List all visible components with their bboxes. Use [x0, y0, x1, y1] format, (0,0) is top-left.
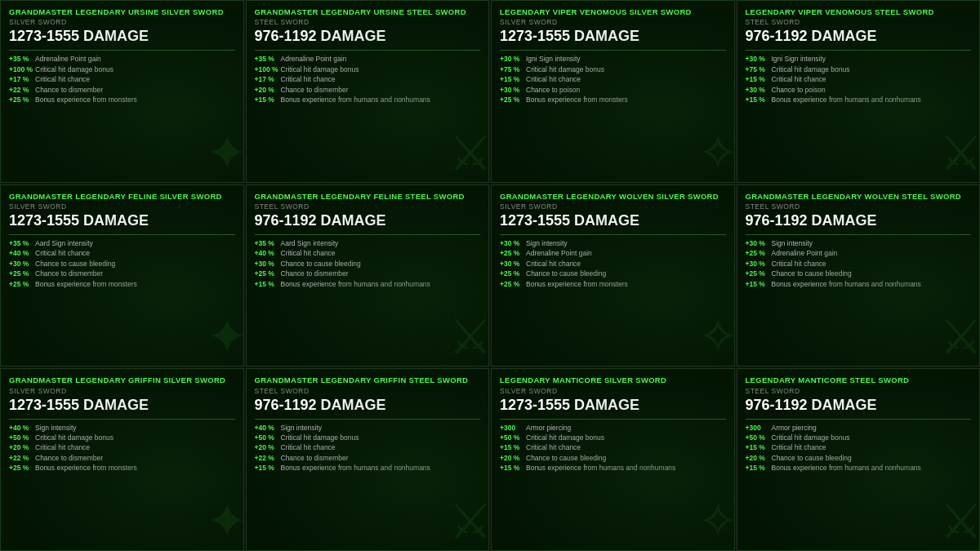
card-grandmaster-ursine-steel[interactable]: GRANDMASTER LEGENDARY URSINE STEEL SWORD…: [246, 0, 490, 183]
card-damage: 976-1192 DAMAGE: [746, 29, 972, 45]
stat-label: Critical hit chance: [772, 260, 972, 269]
stat-label: Chance to dismember: [35, 269, 235, 278]
stat-item: +25 %Chance to dismember: [9, 269, 235, 278]
stat-item: +15 %Bonus experience from humans and no…: [255, 464, 481, 473]
stat-item: +30 %Chance to cause bleeding: [9, 260, 235, 269]
card-grandmaster-ursine-silver[interactable]: GRANDMASTER LEGENDARY URSINE SILVER SWOR…: [0, 0, 244, 183]
stat-label: Chance to cause bleeding: [526, 454, 726, 463]
stat-item: +25 %Bonus experience from monsters: [9, 96, 235, 104]
stat-value: +30 %: [255, 260, 281, 269]
card-bg-decoration: ⚔: [448, 313, 489, 362]
stat-label: Chance to dismember: [35, 454, 235, 463]
card-damage: 976-1192 DAMAGE: [255, 398, 481, 414]
divider: [9, 234, 235, 235]
stat-label: Critical hit chance: [35, 249, 235, 258]
stat-item: +15 %Bonus experience from humans and no…: [255, 96, 481, 104]
stat-label: Aard Sign intensity: [35, 239, 235, 248]
stat-value: +15 %: [500, 443, 526, 452]
card-bg-decoration: ✦: [207, 313, 244, 362]
stat-value: +20 %: [9, 443, 35, 452]
card-grandmaster-wolven-silver[interactable]: GRANDMASTER LEGENDARY WOLVEN SILVER SWOR…: [491, 184, 735, 367]
stat-item: +100 %Critical hit damage bonus: [9, 65, 235, 74]
stat-item: +300Armor piercing: [746, 424, 972, 433]
stat-label: Critical hit chance: [281, 249, 481, 258]
card-grandmaster-griffin-silver[interactable]: GRANDMASTER LEGENDARY GRIFFIN SILVER SWO…: [0, 368, 244, 551]
stat-value: +17 %: [9, 75, 35, 84]
divider: [746, 50, 972, 51]
stat-item: +30 %Critical hit chance: [500, 260, 726, 269]
stat-list: +40 %Sign intensity+50 %Critical hit dam…: [9, 424, 235, 473]
stat-label: Chance to dismember: [281, 86, 481, 95]
stat-value: +15 %: [746, 443, 772, 452]
stat-list: +30 %Igni Sign intensity+75 %Critical hi…: [500, 55, 726, 104]
card-legendary-manticore-steel[interactable]: LEGENDARY MANTICORE STEEL SWORDSTEEL SWO…: [737, 368, 981, 551]
stat-value: +15 %: [255, 464, 281, 473]
card-type: STEEL SWORD: [255, 18, 481, 26]
stat-item: +50 %Critical hit damage bonus: [255, 433, 481, 442]
stat-item: +40 %Sign intensity: [255, 424, 481, 433]
stat-value: +15 %: [500, 464, 526, 473]
stat-item: +100 %Critical hit damage bonus: [255, 65, 481, 74]
stat-value: +40 %: [255, 424, 281, 433]
stat-label: Chance to cause bleeding: [772, 269, 972, 278]
card-grandmaster-griffin-steel[interactable]: GRANDMASTER LEGENDARY GRIFFIN STEEL SWOR…: [246, 368, 490, 551]
stat-label: Critical hit damage bonus: [772, 65, 972, 74]
stat-item: +30 %Sign intensity: [746, 239, 972, 248]
card-bg-decoration: ✧: [697, 129, 735, 178]
stat-value: +50 %: [746, 433, 772, 442]
stat-value: +40 %: [9, 249, 35, 258]
stat-label: Critical hit damage bonus: [526, 433, 726, 442]
stat-item: +20 %Chance to cause bleeding: [746, 454, 972, 463]
stat-label: Bonus experience from humans and nonhuma…: [526, 464, 726, 473]
card-grandmaster-feline-steel[interactable]: GRANDMASTER LEGENDARY FELINE STEEL SWORD…: [246, 184, 490, 367]
card-type: STEEL SWORD: [746, 18, 972, 26]
card-grandmaster-feline-silver[interactable]: GRANDMASTER LEGENDARY FELINE SILVER SWOR…: [0, 184, 244, 367]
card-legendary-viper-steel[interactable]: LEGENDARY VIPER VENOMOUS STEEL SWORDSTEE…: [737, 0, 981, 183]
stat-value: +25 %: [500, 280, 526, 289]
card-damage: 1273-1555 DAMAGE: [9, 29, 235, 45]
stat-item: +22 %Chance to dismember: [255, 454, 481, 463]
card-damage: 976-1192 DAMAGE: [255, 29, 481, 45]
stat-label: Chance to cause bleeding: [772, 454, 972, 463]
stat-item: +25 %Bonus experience from monsters: [9, 280, 235, 289]
card-damage: 1273-1555 DAMAGE: [500, 29, 726, 45]
stat-item: +30 %Chance to poison: [746, 86, 972, 95]
card-title: GRANDMASTER LEGENDARY GRIFFIN SILVER SWO…: [9, 375, 235, 384]
stat-value: +50 %: [500, 433, 526, 442]
stat-item: +25 %Bonus experience from monsters: [9, 464, 235, 473]
card-grandmaster-wolven-steel[interactable]: GRANDMASTER LEGENDARY WOLVEN STEEL SWORD…: [737, 184, 981, 367]
card-legendary-viper-silver[interactable]: LEGENDARY VIPER VENOMOUS SILVER SWORDSIL…: [491, 0, 735, 183]
stat-item: +17 %Critical hit chance: [255, 75, 481, 84]
stat-label: Adrenaline Point gain: [35, 55, 235, 64]
stat-value: +25 %: [500, 249, 526, 258]
stat-value: +100 %: [255, 65, 281, 74]
stat-item: +22 %Chance to dismember: [9, 454, 235, 463]
card-title: LEGENDARY VIPER VENOMOUS STEEL SWORD: [746, 7, 972, 16]
card-title: GRANDMASTER LEGENDARY GRIFFIN STEEL SWOR…: [255, 375, 481, 384]
card-type: SILVER SWORD: [500, 202, 726, 211]
stat-label: Aard Sign intensity: [281, 239, 481, 248]
card-legendary-manticore-silver[interactable]: LEGENDARY MANTICORE SILVER SWORDSILVER S…: [491, 368, 735, 551]
stat-list: +30 %Igni Sign intensity+75 %Critical hi…: [746, 55, 972, 104]
stat-item: +25 %Chance to cause bleeding: [746, 269, 972, 278]
stat-item: +25 %Chance to cause bleeding: [500, 269, 726, 278]
stat-list: +35 %Adrenaline Point gain+100 %Critical…: [255, 55, 481, 104]
card-type: STEEL SWORD: [255, 387, 481, 395]
stat-value: +25 %: [746, 249, 772, 258]
stat-value: +30 %: [500, 55, 526, 64]
stat-item: +15 %Critical hit chance: [500, 75, 726, 84]
stat-item: +75 %Critical hit damage bonus: [500, 65, 726, 74]
stat-value: +25 %: [9, 269, 35, 278]
stat-item: +35 %Adrenaline Point gain: [255, 55, 481, 64]
stat-item: +15 %Bonus experience from humans and no…: [500, 464, 726, 473]
stat-value: +25 %: [9, 464, 35, 473]
stat-item: +25 %Adrenaline Point gain: [746, 249, 972, 258]
stat-item: +40 %Sign intensity: [9, 424, 235, 433]
card-damage: 976-1192 DAMAGE: [746, 398, 972, 414]
stat-item: +15 %Bonus experience from humans and no…: [746, 280, 972, 289]
stat-value: +300: [746, 424, 772, 433]
stat-label: Armor piercing: [772, 424, 972, 433]
stat-list: +30 %Sign intensity+25 %Adrenaline Point…: [746, 239, 972, 289]
stat-value: +15 %: [255, 96, 281, 104]
stat-list: +300Armor piercing+50 %Critical hit dama…: [746, 424, 972, 473]
